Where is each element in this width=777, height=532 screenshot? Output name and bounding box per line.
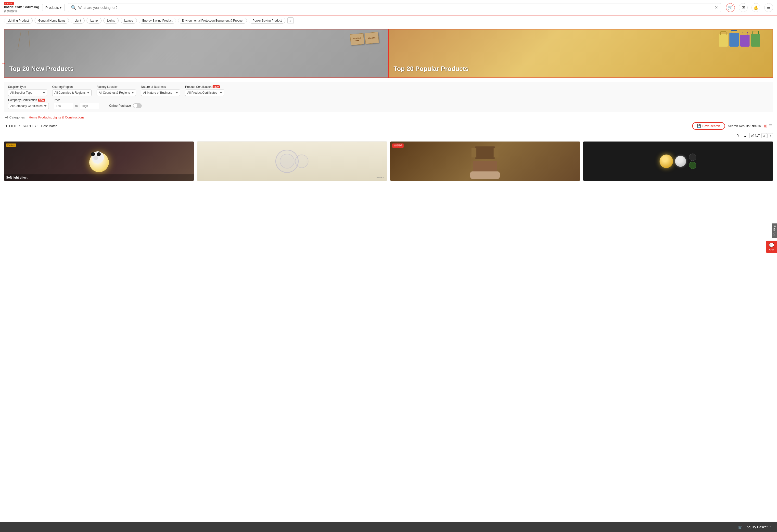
search-results-count: Search Results : 99056 — [728, 124, 761, 128]
main-content: → FRAGILE ▦▦▦ FRAGILE Top — [0, 26, 777, 184]
products-label: Products — [45, 6, 59, 10]
header-icons: 🛒 ✉ 🔔 ☰ — [726, 3, 773, 12]
sort-by-label: SORT BY : — [23, 124, 38, 128]
product-cert-select[interactable]: All Product Certificates — [185, 90, 224, 96]
company-cert-select[interactable]: All Company Certificates — [8, 103, 49, 109]
logo-area[interactable]: HKTDC hktdc.com Sourcing 貿發網採購 — [4, 2, 39, 13]
header: HKTDC hktdc.com Sourcing 貿發網採購 Products … — [0, 0, 777, 15]
product-cert-label: Product Certification NEW — [185, 85, 224, 89]
clear-icon[interactable]: ✕ — [715, 5, 718, 10]
save-search-label: Save search — [702, 124, 720, 128]
logo-subtitle: 貿發網採購 — [4, 9, 39, 13]
logo-title: hktdc.com Sourcing — [4, 5, 39, 9]
filter-row-2: Company Certification NEW All Company Ce… — [8, 98, 769, 109]
bell-icon-button[interactable]: 🔔 — [752, 3, 760, 12]
price-high-input[interactable] — [80, 103, 99, 109]
breadcrumb-arrow-icon: › — [26, 115, 27, 119]
product-image-2: ASUKA — [197, 141, 386, 181]
save-search-button[interactable]: 💾 Save search — [692, 122, 725, 130]
product-card-3[interactable]: 箱框结构 — [390, 141, 580, 181]
red-arrow-indicator: → — [1, 60, 6, 67]
company-cert-new-badge: NEW — [38, 99, 45, 102]
page-label: P. — [737, 134, 739, 137]
bell-icon: 🔔 — [754, 5, 758, 10]
product-grid: Panda... Soft light effect — [4, 141, 773, 181]
filter-section: Supplier Type All Supplier Type Country/… — [4, 82, 773, 112]
filter-group-product-cert: Product Certification NEW All Product Ce… — [185, 85, 224, 96]
filter-button[interactable]: ▼ FILTER — [5, 124, 20, 128]
menu-icon: ☰ — [767, 5, 770, 10]
filter-row-1: Supplier Type All Supplier Type Country/… — [8, 85, 769, 96]
banner-new-products[interactable]: FRAGILE ▦▦▦ FRAGILE Top 20 New Products — [4, 29, 388, 78]
search-bar: 🔍 ✕ — [68, 3, 721, 12]
tag-light[interactable]: Light — [71, 18, 85, 23]
online-purchase-group: Online Purchase — [109, 103, 142, 109]
nature-of-business-select[interactable]: All Nature of Business — [141, 90, 180, 96]
save-search-icon: 💾 — [697, 124, 701, 128]
page-number-input[interactable] — [741, 133, 750, 138]
search-icon[interactable]: 🔍 — [71, 5, 76, 10]
country-region-select[interactable]: All Countries & Regions — [52, 90, 92, 96]
banner-container: FRAGILE ▦▦▦ FRAGILE Top 20 New Products — [4, 29, 773, 78]
product-brand-2: ASUKA — [376, 176, 384, 179]
product-card-2[interactable]: ASUKA — [197, 141, 387, 181]
price-label: Price — [54, 98, 99, 102]
company-cert-label: Company Certification NEW — [8, 98, 49, 102]
banner-new-products-text: Top 20 New Products — [9, 65, 74, 73]
cart-icon-button[interactable]: 🛒 — [726, 3, 735, 12]
pagination-bar: P. of 417 ∧ ∨ — [4, 133, 773, 138]
page-up-button[interactable]: ∧ — [761, 133, 767, 138]
product-badge-3: 箱框结构 — [392, 143, 404, 148]
supplier-type-label: Supplier Type — [8, 85, 47, 89]
cart-icon: 🛒 — [728, 5, 733, 10]
tag-energy-saving[interactable]: Energy Saving Product — [139, 18, 176, 23]
results-bar: ▼ FILTER SORT BY : Best Match 💾 Save sea… — [4, 122, 773, 130]
filter-group-nature: Nature of Business All Nature of Busines… — [141, 85, 180, 96]
breadcrumb: All Categories › Home Products, Lights &… — [4, 115, 773, 119]
list-view-icon[interactable]: ☰ — [769, 124, 772, 128]
product-image-3: 箱框结构 — [391, 141, 580, 181]
products-dropdown[interactable]: Products ▾ — [42, 4, 65, 11]
filter-group-price: Price to — [54, 98, 99, 109]
breadcrumb-current-category: Home Products, Lights & Constructions — [29, 115, 85, 119]
factory-location-label: Factory Location — [97, 85, 136, 89]
product-sublabel-1: Panda... — [6, 143, 16, 147]
product-cert-new-badge: NEW — [213, 85, 220, 88]
online-purchase-label: Online Purchase — [109, 104, 131, 107]
tag-power-saving[interactable]: Power Saving Product — [249, 18, 286, 23]
page-total-label: of 417 — [751, 134, 760, 137]
factory-location-select[interactable]: All Countries & Regions — [97, 90, 136, 96]
product-card-1[interactable]: Panda... Soft light effect — [4, 141, 194, 181]
nature-of-business-label: Nature of Business — [141, 85, 180, 89]
product-text-1: Soft light effect — [4, 175, 194, 181]
page-down-button[interactable]: ∨ — [767, 133, 773, 138]
mail-icon-button[interactable]: ✉ — [739, 3, 748, 12]
online-purchase-toggle[interactable] — [133, 103, 142, 108]
price-to-label: to — [75, 104, 78, 108]
tag-lamps[interactable]: Lamps — [121, 18, 137, 23]
breadcrumb-all-categories[interactable]: All Categories — [5, 115, 25, 119]
view-icons: ⊞ ☰ — [764, 124, 772, 128]
tag-lights[interactable]: Lights — [103, 18, 119, 23]
banner-popular-products-text: Top 20 Popular Products — [394, 65, 468, 73]
tag-lighting-product[interactable]: Lighting Product — [4, 18, 33, 23]
chevron-down-icon: ▾ — [60, 6, 62, 10]
menu-icon-button[interactable]: ☰ — [764, 3, 773, 12]
price-low-input[interactable] — [54, 103, 73, 109]
tag-environmental[interactable]: Environmental Protection Equipment & Pro… — [178, 18, 247, 23]
tag-general-home-items[interactable]: General Home Items — [34, 18, 69, 23]
mail-icon: ✉ — [742, 5, 745, 10]
tags-more-button[interactable]: » — [287, 17, 294, 24]
search-input[interactable] — [78, 6, 713, 10]
banner-popular-products[interactable]: Top 20 Popular Products — [388, 29, 773, 78]
page-navigation: ∧ ∨ — [761, 133, 773, 138]
sort-by-value[interactable]: Best Match — [41, 124, 57, 128]
product-card-4[interactable] — [583, 141, 773, 181]
filter-label: FILTER — [9, 124, 20, 128]
filter-icon: ▼ — [5, 124, 8, 128]
tags-bar: Lighting Product General Home Items Ligh… — [0, 15, 777, 26]
product-image-1: Panda... Soft light effect — [4, 141, 194, 181]
grid-view-icon[interactable]: ⊞ — [764, 124, 767, 128]
tag-lamp[interactable]: Lamp — [87, 18, 101, 23]
supplier-type-select[interactable]: All Supplier Type — [8, 90, 47, 96]
